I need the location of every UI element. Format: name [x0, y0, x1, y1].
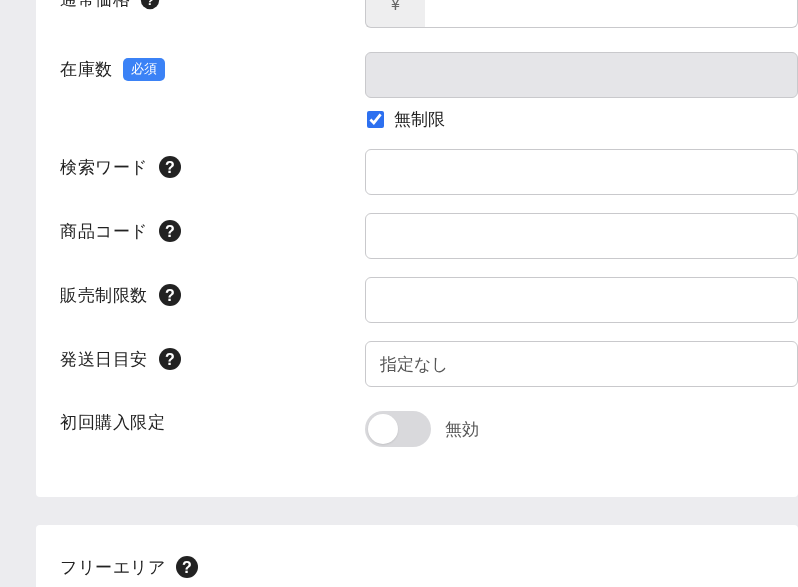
delivery-estimate-selected: 指定なし [380, 353, 448, 376]
help-icon[interactable]: ? [158, 155, 182, 179]
row-stock: 在庫数 必須 無制限 [60, 28, 798, 131]
svg-text:?: ? [165, 287, 175, 304]
stock-unlimited-checkbox[interactable] [367, 111, 384, 128]
row-first-purchase-only: 初回購入限定 無効 [60, 387, 798, 447]
sale-limit-input[interactable] [365, 277, 798, 323]
label-delivery-estimate: 発送日目安 [60, 348, 148, 371]
required-badge: 必須 [123, 58, 165, 80]
stock-unlimited-label: 無制限 [394, 108, 445, 131]
label-stock: 在庫数 [60, 58, 113, 81]
row-regular-price: 通常価格 ? ¥ [60, 0, 798, 28]
help-icon[interactable]: ? [158, 347, 182, 371]
label-search-word: 検索ワード [60, 156, 148, 179]
help-icon[interactable]: ? [158, 283, 182, 307]
svg-text:?: ? [165, 159, 175, 176]
svg-text:?: ? [146, 0, 154, 8]
row-delivery-estimate: 発送日目安 ? 指定なし [60, 323, 798, 387]
search-word-input[interactable] [365, 149, 798, 195]
label-regular-price: 通常価格 [60, 0, 130, 11]
help-icon[interactable]: ? [175, 555, 199, 579]
regular-price-input[interactable] [425, 0, 798, 28]
label-sale-limit: 販売制限数 [60, 284, 148, 307]
product-code-input[interactable] [365, 213, 798, 259]
first-purchase-only-toggle[interactable] [365, 411, 431, 447]
regular-price-input-group: ¥ [365, 0, 798, 28]
help-icon[interactable]: ? [140, 0, 160, 10]
delivery-estimate-select[interactable]: 指定なし [365, 341, 798, 387]
stock-input [365, 52, 798, 98]
svg-text:?: ? [165, 351, 175, 368]
help-icon[interactable]: ? [158, 219, 182, 243]
toggle-knob [368, 414, 398, 444]
svg-text:?: ? [182, 559, 192, 576]
section-free-area: フリーエリア ? [36, 525, 798, 587]
row-search-word: 検索ワード ? [60, 131, 798, 195]
svg-text:?: ? [165, 223, 175, 240]
label-first-purchase-only: 初回購入限定 [60, 411, 165, 434]
first-purchase-only-state: 無効 [445, 418, 479, 441]
currency-addon: ¥ [365, 0, 425, 28]
row-product-code: 商品コード ? [60, 195, 798, 259]
row-sale-limit: 販売制限数 ? [60, 259, 798, 323]
label-product-code: 商品コード [60, 220, 148, 243]
free-area-title: フリーエリア [60, 556, 165, 579]
